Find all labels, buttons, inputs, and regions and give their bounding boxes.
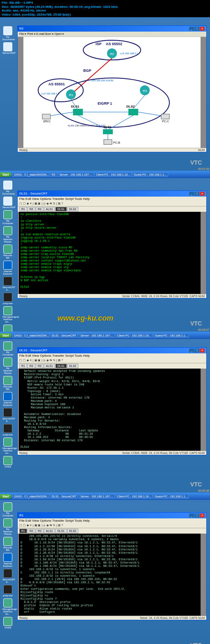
svg-text:DLS1: DLS1 xyxy=(71,105,80,108)
timestamp: 00:05:08 xyxy=(198,489,209,492)
svg-text:R3: R3 xyxy=(143,89,147,93)
timestamp: 00:05:07 xyxy=(198,328,209,331)
task-item[interactable]: Client-PC - 192.168.1.16... xyxy=(94,172,131,177)
svg-rect-35 xyxy=(104,140,112,144)
svg-text:R1: R1 xyxy=(69,93,73,97)
topology-canvas: ISP AS 65502 R2 Lo0 192.168.2.1 BGP 209.… xyxy=(18,37,206,148)
svg-text:R2: R2 xyxy=(110,52,114,56)
svg-text:AS 65502: AS 65502 xyxy=(106,42,122,46)
menubar[interactable]: File Edit View Options Transfer Script T… xyxy=(18,353,206,358)
toolbar[interactable]: ▢ ▢ ◆ ✕ | ▣ ▣ | ◎ ◉ ⇆ ⇅ | ▤ ? xyxy=(18,523,206,528)
terminal-output[interactable]: 209.165.200.226/32 is directly connected… xyxy=(18,534,206,616)
svg-rect-31 xyxy=(103,129,113,134)
panel-4-desktop: My Computer My Network Places Recycle Bi… xyxy=(0,500,210,644)
svg-line-30 xyxy=(138,112,161,116)
terminal-output[interactable]: Default networks accepted from incoming … xyxy=(18,369,206,451)
svg-text:SRV1: SRV1 xyxy=(43,120,50,123)
svg-line-27 xyxy=(50,112,73,116)
svg-rect-20 xyxy=(128,109,138,115)
svg-text:ISP: ISP xyxy=(96,42,102,46)
titlebar[interactable]: R1 _□× xyxy=(18,513,206,518)
taskbar[interactable]: Start GNS3 - C:\_data\GNS3\N... DLS1 - S… xyxy=(0,493,210,500)
svg-text:PC-B: PC-B xyxy=(113,141,120,144)
vtc-watermark: VTC xyxy=(190,320,202,327)
svg-rect-25 xyxy=(42,114,50,119)
svg-text:BGP: BGP xyxy=(83,69,91,73)
titlebar[interactable]: DLS1 - SecureCRT _□× xyxy=(18,191,206,197)
window-securecrt-dls1b: DLS1 - SecureCRT _□× File Edit View Opti… xyxy=(17,347,207,455)
panel-2-desktop: My Documents Server.RDP My Computer My N… xyxy=(0,178,210,339)
session-tabs[interactable]: R1R2R3ALS1DLS1DLS2 xyxy=(18,206,206,212)
titlebar[interactable]: DLS1 - SecureCRT _□× xyxy=(18,348,206,353)
task-item[interactable]: R2 xyxy=(50,172,57,177)
svg-text:209.165.200.224/30: 209.165.200.224/30 xyxy=(91,79,114,82)
svg-line-6 xyxy=(71,58,112,94)
svg-line-33 xyxy=(78,115,107,129)
session-tabs[interactable]: R1R2R3ALS1DLS1DLS2 xyxy=(18,528,206,534)
vtc-watermark: VTC xyxy=(190,642,202,644)
media-metadata: File: 60LAB~~1.MP4 Size: 48483997 bytes … xyxy=(0,0,210,17)
taskbar[interactable]: Start GNS3 - C:\_data\GNS3\N... R2 Serve… xyxy=(0,171,210,178)
svg-text:DLS2: DLS2 xyxy=(126,105,135,108)
meta-file: File: 60LAB~~1.MP4 xyxy=(2,1,208,5)
vtc-watermark: VTC xyxy=(190,159,202,166)
statusbar: ReadyNUM xyxy=(18,148,206,152)
start-button[interactable]: Start xyxy=(0,172,11,177)
desktop-icon-mydocs[interactable]: My Documents xyxy=(2,26,13,41)
svg-text:VLAN 130 HSRVCS
172.30.1.0/27: VLAN 130 HSRVCS 172.30.1.0/27 xyxy=(68,124,106,127)
vtc-watermark: VTC xyxy=(190,481,202,488)
meta-size: Size: 48483997 bytes (46.24 MiB), durati… xyxy=(2,5,208,9)
timestamp: 00:01:53 xyxy=(198,167,209,170)
svg-text:Lo0
192.168.2.1: Lo0 192.168.2.1 xyxy=(120,52,138,55)
window-securecrt-r1: R1 _□× File Edit View Options Transfer S… xyxy=(17,512,207,620)
topology-toolbar[interactable]: File ▾ Print ▾ E-mail Burn ▾ Open ▾ xyxy=(18,32,206,37)
window-securecrt-dls1: DLS1 - SecureCRT _□× File Edit View Opti… xyxy=(17,190,207,298)
svg-text:AS 65501: AS 65501 xyxy=(48,82,65,86)
task-item[interactable]: GNS3 - C:\_data\GNS3\N... xyxy=(12,172,49,177)
statusbar: Ready Serial: COM4, 9600 24, 6 24 Rows, … xyxy=(18,451,206,455)
svg-text:PC-C: PC-C xyxy=(162,120,169,123)
menubar[interactable]: File Edit View Options Transfer Script T… xyxy=(18,518,206,523)
watermark: www.cg-ku.com xyxy=(57,314,113,323)
window-buttons[interactable]: _□× xyxy=(189,27,205,31)
terminal-output[interactable]: no passive-interface Vlan200 ! ip classl… xyxy=(18,212,206,294)
svg-rect-28 xyxy=(161,114,169,119)
toolbar[interactable]: ▢ ▢ ◆ ✕ | ▣ ▣ | ◎ ◉ ⇆ ⇅ | ▤ ? xyxy=(18,358,206,363)
svg-rect-18 xyxy=(73,109,83,115)
svg-line-23 xyxy=(133,95,145,109)
panel-3-desktop: My Computer My Network Places Recycle Bi… xyxy=(0,339,210,500)
svg-text:Lo0
192.168.1.1: Lo0 192.168.1.1 xyxy=(41,92,59,95)
menubar[interactable]: File Edit View Options Transfer Script T… xyxy=(18,197,206,201)
meta-audio: Audio: aac, 44100 Hz, stereo xyxy=(2,9,208,13)
task-item[interactable]: Guest-PC - 192.168.1.1... xyxy=(132,172,168,177)
panel-1-desktop: My Documents Server.RDP R2 _□× File ▾ Pr… xyxy=(0,17,210,178)
titlebar[interactable]: R2 _□× xyxy=(18,26,206,32)
meta-video: Video: h264, yuv420p, 1024x768, 25.00 fp… xyxy=(2,13,208,17)
toolbar[interactable]: ▢ ▢ ◆ ✕ | ▣ ▣ | ◎ ◉ ⇆ ⇅ | ▤ ? xyxy=(18,201,206,206)
svg-text:EIGRP 1: EIGRP 1 xyxy=(98,101,112,105)
window-topology: R2 _□× File ▾ Print ▾ E-mail Burn ▾ Open… xyxy=(17,25,207,152)
taskbar[interactable]: Start GNS3 - C:\_data\GNS3\N... DLS1 - S… xyxy=(0,332,210,339)
statusbar: Ready Serial: COM4, 9600 24, 6 24 Rows, … xyxy=(18,294,206,298)
desktop-icon-serverrdp[interactable]: Server.RDP xyxy=(2,42,13,54)
session-tabs[interactable]: R1R2R3ALS1DLS1DLS2 xyxy=(18,363,206,369)
task-item[interactable]: Server - 192.168.1.167:... xyxy=(58,172,94,177)
statusbar: Ready Telnet 24, 4 24 Rows, 98 Cols VT10… xyxy=(18,616,206,620)
